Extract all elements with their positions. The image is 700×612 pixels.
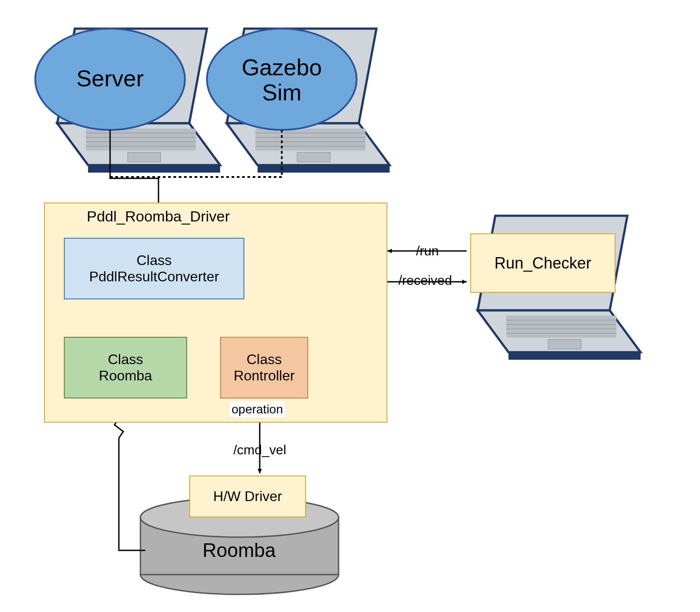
svg-rect-17 — [548, 339, 581, 349]
class-roomba-l2: Roomba — [99, 368, 152, 384]
hw-driver-label: H/W Driver — [213, 488, 282, 505]
run-checker-box: Run_Checker — [470, 233, 615, 293]
hw-driver-box: H/W Driver — [189, 476, 306, 517]
class-converter-l1: Class — [136, 252, 172, 269]
class-pddlresultconverter-box: Class PddlResultConverter — [64, 238, 244, 299]
class-rontroller-l2: Rontroller — [234, 368, 295, 384]
edge-cmdvel-label: /cmd_vel — [233, 442, 286, 457]
pddl-roomba-driver-title: Pddl_Roomba_Driver — [87, 208, 230, 225]
edge-operation-label: operation — [230, 402, 285, 417]
svg-rect-12 — [506, 316, 616, 338]
diagram-canvas: { "nodes": { "server": "Server", "gazebo… — [0, 0, 700, 612]
class-roomba-l1: Class — [108, 351, 143, 368]
svg-rect-0 — [86, 129, 196, 151]
svg-rect-5 — [128, 152, 161, 162]
laptop-server-icon — [57, 29, 220, 173]
server-label: Server — [57, 66, 163, 91]
roomba-cylinder-label: Roomba — [203, 539, 276, 561]
edge-run-label: /run — [416, 243, 439, 258]
class-rontroller-box: Class Rontroller — [220, 337, 308, 398]
class-converter-l2: PddlResultConverter — [89, 269, 219, 285]
gazebo-label: Gazebo Sim — [229, 55, 335, 105]
svg-rect-6 — [255, 129, 365, 151]
class-roomba-box: Class Roomba — [64, 337, 187, 398]
class-rontroller-l1: Class — [247, 351, 282, 368]
svg-rect-11 — [297, 152, 330, 162]
edge-received-label: /received — [398, 273, 452, 288]
run-checker-label: Run_Checker — [494, 254, 591, 273]
